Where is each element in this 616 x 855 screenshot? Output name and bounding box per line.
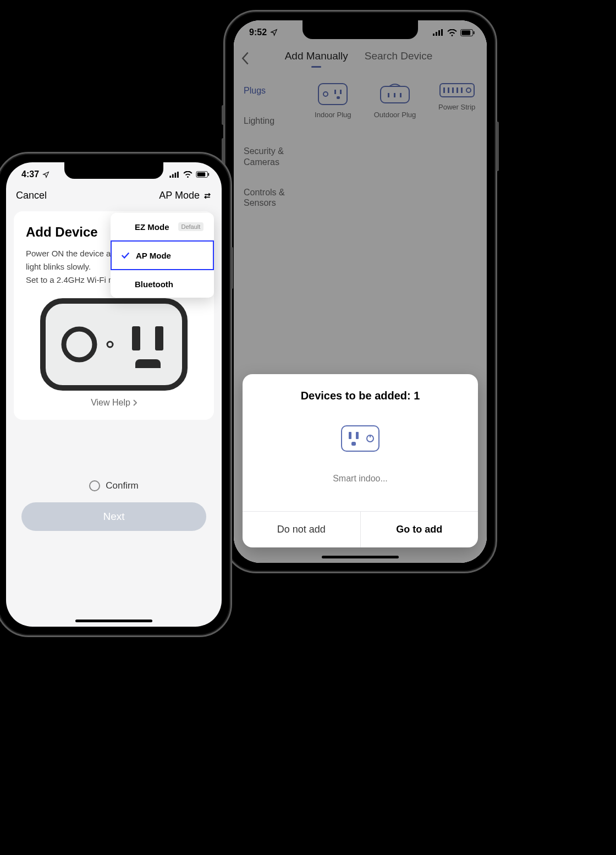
confirm-radio[interactable] (89, 480, 100, 491)
battery-icon (196, 171, 210, 178)
svg-rect-40 (155, 326, 163, 350)
mode-option-label: AP Mode (136, 251, 171, 260)
mode-option-ap[interactable]: AP Mode (111, 240, 214, 270)
svg-rect-28 (370, 435, 371, 437)
svg-rect-35 (208, 173, 209, 176)
default-badge: Default (178, 222, 204, 231)
mode-option-ez[interactable]: EZ Mode Default (111, 213, 214, 240)
svg-rect-34 (197, 172, 206, 177)
found-device-name: Smart indoo... (243, 474, 478, 484)
found-device-icon (341, 425, 380, 452)
mode-option-label: Bluetooth (135, 279, 173, 289)
view-help-link[interactable]: View Help (26, 398, 202, 408)
cancel-button[interactable]: Cancel (16, 190, 47, 201)
svg-rect-31 (175, 172, 177, 177)
plug-illustration (40, 298, 188, 391)
location-icon (42, 171, 50, 178)
confirm-label: Confirm (106, 480, 139, 491)
do-not-add-button[interactable]: Do not add (243, 512, 361, 547)
swap-icon (203, 192, 212, 200)
check-icon (120, 250, 130, 260)
svg-rect-39 (132, 326, 140, 350)
svg-rect-32 (177, 172, 179, 178)
wifi-icon (183, 171, 193, 178)
status-time: 4:37 (21, 169, 39, 179)
confirm-row[interactable]: Confirm (6, 480, 222, 491)
phone-left: 4:37 Cancel AP Mode Add Device Power ON … (0, 152, 232, 637)
mode-option-label: EZ Mode (135, 222, 169, 232)
home-indicator[interactable] (322, 556, 399, 558)
chevron-right-icon (133, 399, 137, 406)
phone-right: 9:52 Add Manually Search Device (223, 10, 497, 573)
svg-rect-26 (351, 442, 356, 446)
svg-rect-25 (356, 432, 359, 439)
svg-rect-24 (349, 432, 351, 439)
svg-rect-30 (172, 174, 174, 177)
nav-bar: Cancel AP Mode (6, 187, 222, 209)
next-button[interactable]: Next (21, 502, 206, 531)
mode-selector[interactable]: AP Mode (159, 190, 212, 201)
view-help-label: View Help (91, 398, 130, 408)
home-indicator[interactable] (75, 620, 152, 622)
mode-dropdown: EZ Mode Default AP Mode Bluetooth (111, 213, 214, 298)
devices-to-add-sheet: Devices to be added: 1 Smart indoo... Do… (243, 374, 478, 547)
mode-label: AP Mode (159, 190, 200, 201)
mode-option-bluetooth[interactable]: Bluetooth (111, 270, 214, 298)
sheet-title: Devices to be added: 1 (243, 374, 478, 414)
go-to-add-button[interactable]: Go to add (361, 512, 479, 547)
svg-rect-29 (169, 176, 171, 178)
cellular-icon (169, 172, 180, 178)
